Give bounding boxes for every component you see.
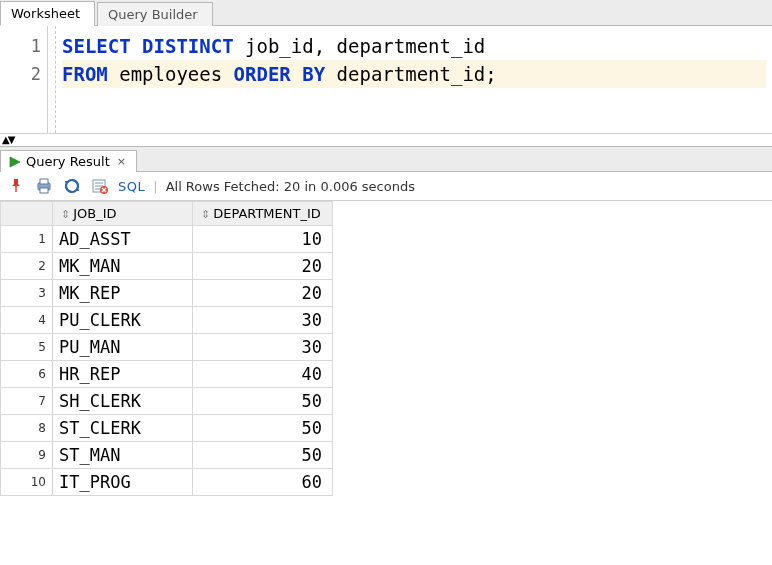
table-row[interactable]: 4PU_CLERK30 bbox=[1, 307, 333, 334]
editor-margin bbox=[48, 26, 56, 133]
sql-editor[interactable]: 12 SELECT DISTINCT job_id, department_id… bbox=[0, 26, 772, 134]
table-row[interactable]: 9ST_MAN50 bbox=[1, 442, 333, 469]
cell-job_id[interactable]: PU_MAN bbox=[53, 334, 193, 361]
line-number: 1 bbox=[0, 32, 41, 60]
cell-department_id[interactable]: 40 bbox=[193, 361, 333, 388]
cell-job_id[interactable]: MK_MAN bbox=[53, 253, 193, 280]
tab-worksheet[interactable]: Worksheet bbox=[0, 1, 95, 26]
cell-department_id[interactable]: 50 bbox=[193, 415, 333, 442]
editor-code[interactable]: SELECT DISTINCT job_id, department_idFRO… bbox=[56, 26, 772, 133]
cell-department_id[interactable]: 50 bbox=[193, 388, 333, 415]
svg-rect-3 bbox=[40, 179, 48, 184]
cell-job_id[interactable]: MK_REP bbox=[53, 280, 193, 307]
row-number: 10 bbox=[1, 469, 53, 496]
code-line[interactable]: SELECT DISTINCT job_id, department_id bbox=[62, 32, 766, 60]
table-row[interactable]: 5PU_MAN30 bbox=[1, 334, 333, 361]
table-row[interactable]: 8ST_CLERK50 bbox=[1, 415, 333, 442]
row-number: 3 bbox=[1, 280, 53, 307]
row-number: 9 bbox=[1, 442, 53, 469]
table-row[interactable]: 1AD_ASST10 bbox=[1, 226, 333, 253]
cell-job_id[interactable]: PU_CLERK bbox=[53, 307, 193, 334]
print-icon[interactable] bbox=[34, 176, 54, 196]
worksheet-tab-strip: Worksheet Query Builder bbox=[0, 0, 772, 26]
svg-rect-4 bbox=[40, 188, 48, 193]
cell-department_id[interactable]: 20 bbox=[193, 253, 333, 280]
table-row[interactable]: 10IT_PROG60 bbox=[1, 469, 333, 496]
cell-job_id[interactable]: IT_PROG bbox=[53, 469, 193, 496]
result-tab-label: Query Result bbox=[26, 154, 110, 169]
tab-query-builder[interactable]: Query Builder bbox=[97, 2, 213, 26]
line-number: 2 bbox=[0, 60, 41, 88]
clear-icon[interactable] bbox=[90, 176, 110, 196]
result-grid[interactable]: ⇕JOB_ID ⇕DEPARTMENT_ID 1AD_ASST102MK_MAN… bbox=[0, 201, 333, 496]
table-row[interactable]: 2MK_MAN20 bbox=[1, 253, 333, 280]
col-label: JOB_ID bbox=[73, 206, 116, 221]
cell-department_id[interactable]: 20 bbox=[193, 280, 333, 307]
code-line[interactable]: FROM employees ORDER BY department_id; bbox=[62, 60, 766, 88]
row-number: 4 bbox=[1, 307, 53, 334]
splitter-icon[interactable]: ▲▼ bbox=[0, 134, 772, 146]
svg-rect-1 bbox=[15, 186, 16, 192]
table-row[interactable]: 6HR_REP40 bbox=[1, 361, 333, 388]
table-row[interactable]: 7SH_CLERK50 bbox=[1, 388, 333, 415]
sort-icon: ⇕ bbox=[61, 208, 70, 221]
tab-query-result[interactable]: Query Result × bbox=[0, 150, 137, 172]
cell-job_id[interactable]: ST_MAN bbox=[53, 442, 193, 469]
cell-job_id[interactable]: HR_REP bbox=[53, 361, 193, 388]
cell-department_id[interactable]: 10 bbox=[193, 226, 333, 253]
col-header-department-id[interactable]: ⇕DEPARTMENT_ID bbox=[193, 202, 333, 226]
fetch-status: All Rows Fetched: 20 in 0.006 seconds bbox=[166, 179, 415, 194]
close-icon[interactable]: × bbox=[115, 155, 128, 168]
row-number: 7 bbox=[1, 388, 53, 415]
refresh-icon[interactable] bbox=[62, 176, 82, 196]
cell-job_id[interactable]: SH_CLERK bbox=[53, 388, 193, 415]
toolbar-separator: | bbox=[153, 179, 157, 194]
row-number: 6 bbox=[1, 361, 53, 388]
cell-department_id[interactable]: 30 bbox=[193, 307, 333, 334]
svg-marker-0 bbox=[10, 157, 20, 167]
row-number: 8 bbox=[1, 415, 53, 442]
cell-job_id[interactable]: AD_ASST bbox=[53, 226, 193, 253]
col-label: DEPARTMENT_ID bbox=[213, 206, 321, 221]
result-tab-strip: Query Result × bbox=[0, 146, 772, 172]
grid-header-row: ⇕JOB_ID ⇕DEPARTMENT_ID bbox=[1, 202, 333, 226]
row-number: 1 bbox=[1, 226, 53, 253]
grid-corner bbox=[1, 202, 53, 226]
grid-body: 1AD_ASST102MK_MAN203MK_REP204PU_CLERK305… bbox=[1, 226, 333, 496]
row-number: 2 bbox=[1, 253, 53, 280]
play-icon bbox=[9, 156, 21, 168]
cell-job_id[interactable]: ST_CLERK bbox=[53, 415, 193, 442]
row-number: 5 bbox=[1, 334, 53, 361]
cell-department_id[interactable]: 50 bbox=[193, 442, 333, 469]
result-toolbar: SQL | All Rows Fetched: 20 in 0.006 seco… bbox=[0, 172, 772, 201]
cell-department_id[interactable]: 60 bbox=[193, 469, 333, 496]
col-header-job-id[interactable]: ⇕JOB_ID bbox=[53, 202, 193, 226]
editor-gutter: 12 bbox=[0, 26, 48, 133]
pin-icon[interactable] bbox=[6, 176, 26, 196]
table-row[interactable]: 3MK_REP20 bbox=[1, 280, 333, 307]
cell-department_id[interactable]: 30 bbox=[193, 334, 333, 361]
sort-icon: ⇕ bbox=[201, 208, 210, 221]
sql-link[interactable]: SQL bbox=[118, 179, 145, 194]
